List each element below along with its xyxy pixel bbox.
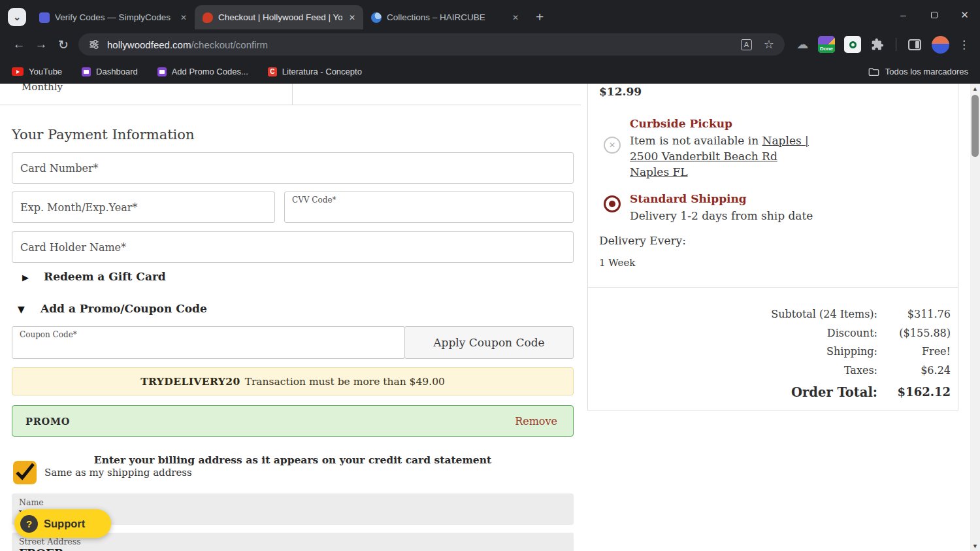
check-icon — [14, 463, 35, 481]
promo-code-label: PROMO — [25, 416, 70, 427]
discount-label: Discount: — [827, 327, 877, 339]
redeem-gift-card-toggle[interactable]: Redeem a Gift Card — [44, 270, 166, 283]
curbside-pickup-title: Curbside Pickup — [630, 117, 732, 130]
tab-haircube[interactable]: Collections – HAIRCUBE ✕ — [363, 5, 527, 29]
order-total-value: $162.12 — [877, 385, 951, 400]
browser-chrome: ⌄ Verify Codes — SimplyCodes ✕ Checkout … — [0, 0, 980, 84]
delivery-every-value: 1 Week — [599, 257, 635, 269]
warning-message: Transaction must be more than $49.00 — [245, 376, 445, 388]
coupon-code-label: Coupon Code* — [20, 330, 77, 339]
store-link[interactable]: Naples FL — [630, 165, 688, 178]
tab-simplycodes[interactable]: Verify Codes — SimplyCodes ✕ — [31, 5, 195, 29]
done-badge-label: Done — [818, 44, 835, 53]
unavailable-x-icon[interactable]: ✕ — [604, 137, 621, 154]
add-promo-code-toggle[interactable]: Add a Promo/Coupon Code — [41, 302, 207, 315]
profile-avatar[interactable] — [932, 36, 949, 54]
checkout-page: Monthly Your Payment Information Card Nu… — [0, 84, 980, 551]
scrollbar-thumb[interactable] — [972, 95, 979, 157]
discount-row: Discount: ($155.88) — [670, 327, 951, 339]
question-icon: ? — [20, 515, 38, 533]
tab-title: Verify Codes — SimplyCodes — [55, 12, 174, 22]
order-total-row: Order Total: $162.12 — [670, 385, 951, 400]
standard-shipping-radio[interactable] — [604, 195, 621, 212]
store-link[interactable]: Naples | — [762, 134, 809, 147]
close-window-button[interactable]: ✕ — [949, 0, 980, 29]
concepto-icon: C — [268, 67, 277, 76]
close-tab-icon[interactable]: ✕ — [179, 13, 188, 22]
page-scrollbar[interactable]: ▲ ▼ — [970, 84, 980, 551]
bookmark-label: Add Promo Codes... — [172, 67, 248, 76]
same-as-shipping-checkbox[interactable] — [13, 461, 37, 484]
forward-button[interactable]: → — [30, 37, 52, 52]
store-link[interactable]: 2500 Vanderbilt Beach Rd — [630, 150, 777, 163]
bookmark-star-icon[interactable]: ☆ — [764, 37, 774, 52]
store-city-link: Naples FL — [630, 165, 688, 178]
summary-divider — [587, 287, 958, 288]
all-bookmarks-button[interactable]: Todos los marcadores — [868, 67, 968, 76]
maximize-button[interactable] — [919, 0, 949, 29]
all-bookmarks-label: Todos los marcadores — [885, 67, 968, 76]
bookmark-dashboard[interactable]: Dashboard — [82, 67, 138, 76]
extension-done-badge[interactable]: Done — [818, 36, 835, 53]
new-tab-button[interactable]: + — [536, 10, 544, 24]
discount-value: ($155.88) — [877, 327, 951, 339]
window-controls: – ✕ — [888, 0, 980, 29]
card-number-placeholder: Card Number* — [20, 162, 99, 175]
taxes-label: Taxes: — [844, 364, 877, 376]
taxes-value: $6.24 — [877, 364, 951, 376]
translate-icon[interactable]: A — [741, 39, 752, 50]
close-tab-icon[interactable]: ✕ — [511, 13, 520, 22]
bookmark-youtube[interactable]: YouTube — [12, 67, 62, 76]
minimize-button[interactable]: – — [888, 0, 919, 29]
shipping-row: Shipping: Free! — [670, 345, 951, 358]
support-button[interactable]: ? Support — [14, 509, 111, 538]
subtotal-label: Subtotal (24 Items): — [771, 308, 877, 320]
scroll-up-button[interactable]: ▲ — [970, 84, 980, 93]
cutoff-form-row: Monthly — [0, 84, 581, 105]
back-button[interactable]: ← — [8, 37, 30, 52]
coupon-code-input[interactable]: Coupon Code* — [12, 326, 405, 359]
standard-shipping-title: Standard Shipping — [630, 192, 747, 205]
chevron-down-icon: ⌄ — [13, 12, 21, 22]
card-holder-input[interactable]: Card Holder Name* — [12, 231, 574, 263]
extensions-puzzle-icon[interactable] — [871, 38, 884, 51]
cutoff-divider — [292, 84, 293, 105]
bookmark-add-promo-codes[interactable]: Add Promo Codes... — [157, 67, 248, 76]
same-as-shipping-label: Same as my shipping address — [44, 467, 192, 478]
expiration-placeholder: Exp. Month/Exp.Year* — [20, 201, 137, 214]
menu-dots-icon[interactable]: ⋮ — [958, 38, 970, 52]
triangle-down-icon[interactable]: ▼ — [18, 304, 25, 314]
bookmark-label: YouTube — [29, 67, 62, 76]
card-number-input[interactable]: Card Number* — [12, 152, 574, 184]
extension-cloud-icon[interactable]: ☁ — [796, 37, 808, 52]
expiration-input[interactable]: Exp. Month/Exp.Year* — [12, 192, 275, 223]
cvv-input[interactable]: CVV Code* — [284, 192, 574, 223]
close-tab-icon[interactable]: ✕ — [348, 13, 357, 22]
youtube-icon — [12, 67, 24, 76]
taxes-row: Taxes: $6.24 — [670, 364, 951, 376]
shipping-value: Free! — [877, 345, 951, 358]
side-panel-icon[interactable] — [908, 39, 921, 50]
extension-icon[interactable] — [844, 36, 861, 53]
coupon-code-text: TRYDELIVERY20 — [140, 375, 240, 388]
simplycodes-favicon — [39, 12, 50, 23]
address-bar[interactable]: hollywoodfeed.com/checkout/confirm A ☆ — [78, 33, 785, 56]
folder-icon — [868, 67, 879, 76]
scroll-down-button[interactable]: ▼ — [970, 541, 980, 551]
street-field-label: Street Address — [19, 537, 81, 546]
bookmarks-bar: YouTube Dashboard Add Promo Codes... C L… — [0, 59, 980, 84]
tab-hollywood-feed-checkout[interactable]: Checkout | Hollywood Feed | Yo ✕ — [195, 5, 363, 29]
order-total-label: Order Total: — [791, 385, 877, 400]
reload-button[interactable]: ↻ — [52, 37, 74, 52]
name-field-label: Name — [19, 497, 44, 507]
site-settings-icon[interactable] — [89, 39, 99, 50]
haircube-favicon — [371, 12, 382, 23]
url-text[interactable]: hollywoodfeed.com/checkout/confirm — [107, 39, 268, 50]
bookmark-literatura[interactable]: C Literatura - Concepto — [268, 67, 362, 76]
standard-shipping-subtitle: Delivery 1-2 days from ship date — [630, 209, 813, 222]
apply-coupon-button[interactable]: Apply Coupon Code — [404, 326, 574, 359]
triangle-right-icon[interactable]: ▶ — [22, 273, 29, 282]
tab-title: Collections – HAIRCUBE — [387, 12, 506, 22]
remove-promo-link[interactable]: Remove — [515, 415, 557, 427]
tab-search-button[interactable]: ⌄ — [8, 8, 26, 26]
